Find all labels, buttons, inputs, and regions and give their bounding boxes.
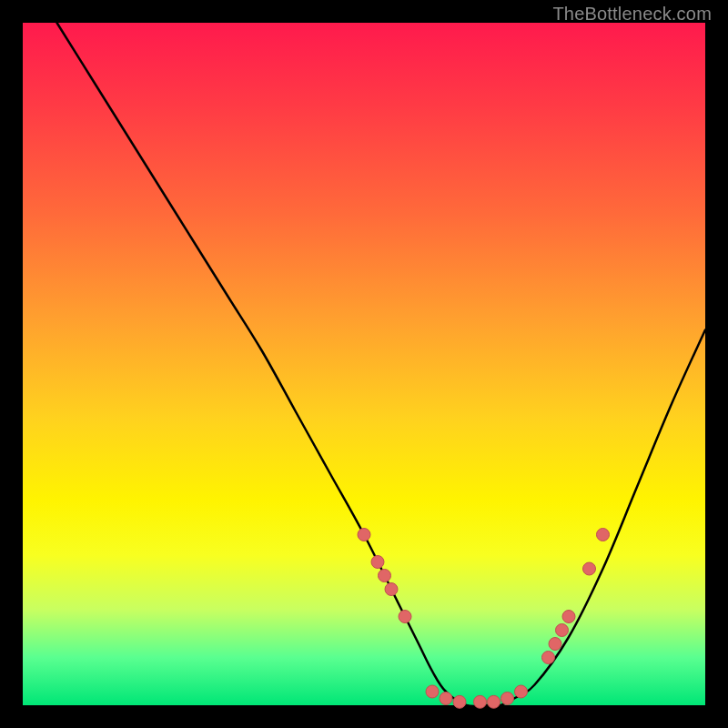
chart-marker [474, 695, 487, 708]
chart-marker [371, 556, 384, 569]
chart-marker [358, 529, 370, 541]
chart-marker [562, 611, 575, 623]
bottleneck-curve [57, 23, 706, 706]
chart-marker [440, 693, 452, 705]
chart-marker [426, 685, 439, 698]
chart-marker [583, 562, 596, 575]
chart-marker [549, 638, 561, 651]
watermark-text: TheBottleneck.com [552, 4, 712, 25]
chart-plot-area [23, 23, 705, 705]
chart-marker [453, 695, 466, 708]
chart-marker [501, 693, 514, 705]
chart-marker [597, 529, 610, 541]
chart-marker [515, 685, 528, 698]
chart-marker [385, 583, 398, 596]
chart-marker [488, 695, 500, 708]
chart-marker [556, 624, 569, 637]
chart-marker [379, 570, 391, 582]
chart-svg [23, 23, 705, 705]
chart-frame: TheBottleneck.com [0, 0, 728, 728]
chart-markers [358, 529, 610, 709]
chart-marker [399, 611, 411, 623]
chart-marker [542, 652, 555, 664]
